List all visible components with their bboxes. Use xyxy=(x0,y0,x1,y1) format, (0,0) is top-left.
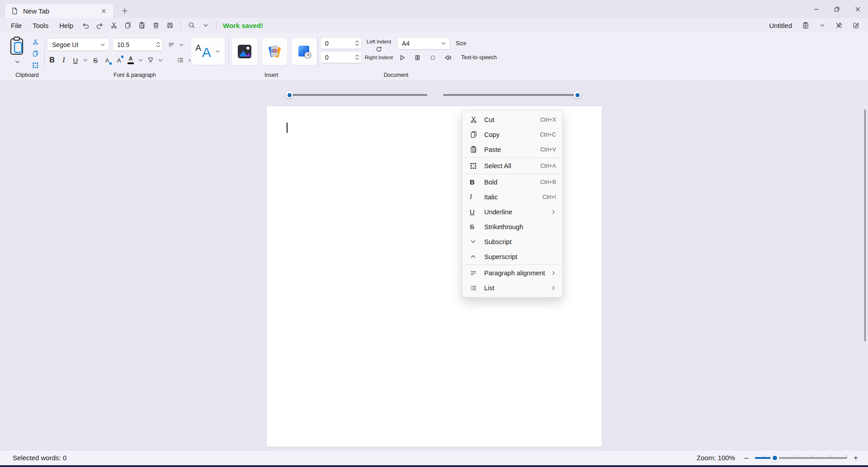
right-indent-slider[interactable] xyxy=(443,94,577,96)
font-color-button[interactable]: A xyxy=(125,54,136,66)
chevron-down-icon xyxy=(14,59,20,65)
tts-speaker-button[interactable] xyxy=(442,52,454,63)
save-button[interactable] xyxy=(163,19,176,31)
paragraph-alignment-icon xyxy=(470,269,479,277)
menu-help[interactable]: Help xyxy=(54,20,79,31)
text-cursor xyxy=(287,123,288,133)
menu-tools[interactable]: Tools xyxy=(27,20,54,31)
spin-down-icon xyxy=(355,43,359,46)
copy-icon xyxy=(470,131,479,138)
subscript-button[interactable]: A xyxy=(102,54,113,66)
redo-button[interactable] xyxy=(93,19,106,31)
undo-button[interactable] xyxy=(79,19,92,31)
tts-pause-button[interactable] xyxy=(411,52,423,63)
font-size-value: 10.5 xyxy=(117,41,156,48)
search-button[interactable] xyxy=(185,19,198,31)
copy-button[interactable] xyxy=(121,19,134,31)
highlight-button[interactable] xyxy=(145,54,156,66)
superscript-mark xyxy=(121,56,123,58)
zoom-slider[interactable] xyxy=(755,453,847,462)
highlight-chevron-down-icon[interactable] xyxy=(157,54,164,66)
insert-link-button[interactable] xyxy=(261,38,288,66)
context-menu-item-strikethrough[interactable]: S Strikethrough xyxy=(462,219,562,234)
italic-button[interactable]: I xyxy=(58,54,69,66)
strikethrough-button[interactable]: S xyxy=(90,54,101,66)
paste-icon xyxy=(9,36,25,56)
paste-split-button[interactable] xyxy=(6,36,28,70)
subscript-mark xyxy=(109,62,112,65)
page-size-combobox[interactable]: A4 xyxy=(397,37,450,50)
context-menu-item-paste[interactable]: Paste Ctrl+V xyxy=(462,142,562,157)
context-menu-item-paragraph-alignment[interactable]: Paragraph alignment xyxy=(462,265,562,280)
select-all-button[interactable] xyxy=(30,61,41,70)
underline-icon: U xyxy=(470,208,479,216)
unpin-icon[interactable] xyxy=(832,19,845,31)
zoom-out-button[interactable]: – xyxy=(742,453,750,462)
font-family-value: Segoe UI xyxy=(52,41,100,48)
chevron-right-icon xyxy=(551,285,556,291)
context-menu-item-bold[interactable]: B Bold Ctrl+B xyxy=(462,175,562,189)
paste-button[interactable] xyxy=(135,19,148,31)
context-menu-item-copy[interactable]: Copy Ctrl+C xyxy=(462,127,562,142)
reset-indent-button[interactable] xyxy=(375,46,382,53)
left-indent-slider-thumb[interactable] xyxy=(286,91,293,99)
tab-close-button[interactable] xyxy=(98,5,109,16)
underline-chevron-down-icon[interactable] xyxy=(82,54,89,66)
left-indent-spinner[interactable]: 0 xyxy=(320,37,362,49)
insert-datetime-button[interactable] xyxy=(291,38,317,66)
font-color-chevron-down-icon[interactable] xyxy=(137,54,144,66)
group-label-insert: Insert xyxy=(240,72,303,78)
menu-file[interactable]: File xyxy=(5,20,27,31)
line-spacing-button[interactable] xyxy=(166,39,177,51)
context-menu-item-select-all[interactable]: Select All Ctrl+A xyxy=(462,158,562,173)
superscript-button[interactable]: A xyxy=(113,54,124,66)
divider xyxy=(462,264,562,265)
cut-button[interactable] xyxy=(107,19,120,31)
right-indent-label: Right Indent xyxy=(364,55,393,60)
group-label-clipboard: Clipboard xyxy=(5,72,49,78)
right-indent-spinner[interactable]: 0 xyxy=(320,51,362,63)
search-chevron-down-icon[interactable] xyxy=(199,19,212,31)
tts-stop-button[interactable] xyxy=(427,52,439,63)
copy-button[interactable] xyxy=(30,49,41,58)
list-button[interactable] xyxy=(175,54,186,66)
insert-image-button[interactable] xyxy=(231,38,258,66)
tts-label: Text-to-speech xyxy=(461,54,497,61)
right-indent-slider-thumb[interactable] xyxy=(574,91,581,99)
new-tab-button[interactable] xyxy=(118,5,131,17)
context-menu-item-subscript[interactable]: Subscript xyxy=(462,234,562,249)
context-menu-item-superscript[interactable]: Superscript xyxy=(462,249,562,264)
context-menu-item-underline[interactable]: U Underline xyxy=(462,204,562,219)
tab-title: New Tab xyxy=(23,7,98,15)
spin-down-icon xyxy=(156,45,160,47)
page-size-value: A4 xyxy=(402,40,441,47)
context-menu-item-cut[interactable]: Cut Ctrl+X xyxy=(462,112,562,127)
chevron-down-icon xyxy=(470,238,479,245)
clipboard-history-button[interactable] xyxy=(799,19,812,31)
context-menu-item-list[interactable]: List xyxy=(462,280,562,295)
close-button[interactable] xyxy=(847,0,868,18)
tab-bar: New Tab xyxy=(0,0,868,18)
tts-play-button[interactable] xyxy=(396,52,408,63)
context-menu-item-italic[interactable]: I Italic Ctrl+I xyxy=(462,189,562,204)
font-size-spinner[interactable]: 10.5 xyxy=(112,38,163,51)
line-spacing-chevron-down-icon[interactable] xyxy=(178,39,185,51)
minimize-button[interactable] xyxy=(806,0,826,18)
cut-button[interactable] xyxy=(30,37,41,46)
left-indent-slider[interactable] xyxy=(289,94,427,96)
underline-button[interactable]: U xyxy=(70,54,81,66)
chevron-down-icon[interactable] xyxy=(816,19,829,31)
spin-down-icon xyxy=(355,57,359,60)
font-styles-button[interactable]: A A xyxy=(191,37,225,65)
zoom-in-button[interactable]: + xyxy=(852,453,860,462)
zoom-slider-thumb[interactable] xyxy=(771,454,779,462)
vertical-scrollbar-thumb[interactable] xyxy=(864,109,866,341)
delete-button[interactable] xyxy=(149,19,162,31)
bold-button[interactable]: B xyxy=(47,54,57,66)
chevron-up-icon xyxy=(470,253,479,260)
font-family-combobox[interactable]: Segoe UI xyxy=(47,38,109,51)
context-menu: Cut Ctrl+X Copy Ctrl+C xyxy=(462,110,563,297)
maximize-button[interactable] xyxy=(826,0,847,18)
edit-note-icon[interactable] xyxy=(849,19,862,31)
tab-new-tab[interactable]: New Tab xyxy=(5,3,114,18)
